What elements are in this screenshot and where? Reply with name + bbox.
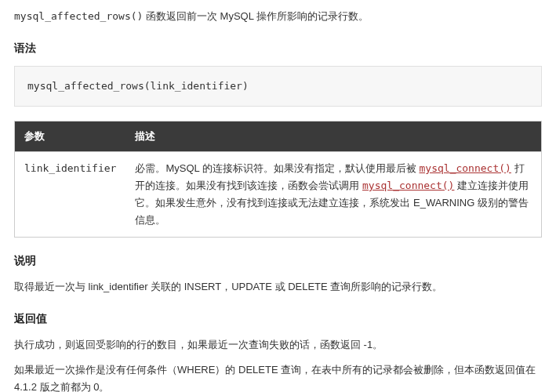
return-heading: 返回值 xyxy=(14,310,542,328)
table-header-param: 参数 xyxy=(15,121,126,151)
desc-cell: 必需。MySQL 的连接标识符。如果没有指定，默认使用最后被 mysql_con… xyxy=(125,152,541,238)
mysql-connect-link[interactable]: mysql_connect() xyxy=(420,162,511,174)
param-cell: link_identifier xyxy=(15,152,126,238)
return-p1: 执行成功，则返回受影响的行的数目，如果最近一次查询失败的话，函数返回 -1。 xyxy=(14,336,542,354)
table-row: link_identifier 必需。MySQL 的连接标识符。如果没有指定，默… xyxy=(15,152,542,238)
explain-heading: 说明 xyxy=(14,252,542,270)
intro-paragraph: mysql_affected_rows() 函数返回前一次 MySQL 操作所影… xyxy=(14,8,542,25)
table-header-desc: 描述 xyxy=(125,121,541,151)
return-p2: 如果最近一次操作是没有任何条件（WHERE）的 DELETE 查询，在表中所有的… xyxy=(14,361,542,392)
params-table: 参数 描述 link_identifier 必需。MySQL 的连接标识符。如果… xyxy=(14,121,542,238)
mysql-connect-link[interactable]: mysql_connect() xyxy=(362,180,454,191)
syntax-codebox: mysql_affected_rows(link_identifier) xyxy=(14,66,542,107)
syntax-heading: 语法 xyxy=(14,39,542,58)
function-name: mysql_affected_rows() xyxy=(14,10,143,22)
intro-tail: 函数返回前一次 MySQL 操作所影响的记录行数。 xyxy=(143,10,369,22)
explain-text: 取得最近一次与 link_identifier 关联的 INSERT，UPDAT… xyxy=(14,278,542,296)
desc-part1: 必需。MySQL 的连接标识符。如果没有指定，默认使用最后被 xyxy=(135,162,419,174)
